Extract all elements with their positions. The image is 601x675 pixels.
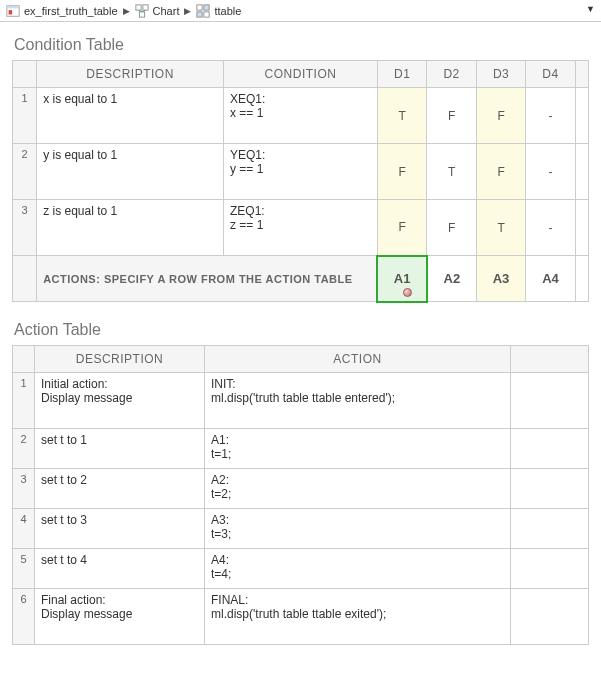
blank-cell bbox=[575, 200, 588, 256]
action-ref-cell[interactable]: A1 bbox=[377, 256, 426, 302]
header-blank bbox=[511, 345, 589, 372]
svg-rect-10 bbox=[197, 11, 202, 16]
blank-cell bbox=[511, 468, 589, 508]
row-number: 2 bbox=[13, 144, 37, 200]
header-description: DESCRIPTION bbox=[35, 345, 205, 372]
action-code-cell[interactable]: A2:t=2; bbox=[205, 468, 511, 508]
svg-rect-9 bbox=[204, 4, 209, 9]
header-blank bbox=[575, 61, 588, 88]
breadcrumb-label: ex_first_truth_table bbox=[24, 5, 118, 17]
decision-cell[interactable]: F bbox=[476, 88, 525, 144]
action-code-cell[interactable]: FINAL:ml.disp('truth table ttable exited… bbox=[205, 588, 511, 644]
svg-rect-2 bbox=[9, 10, 13, 14]
breadcrumb-ttable[interactable]: ttable bbox=[196, 4, 241, 18]
condition-row: 3z is equal to 1ZEQ1:z == 1FFT- bbox=[13, 200, 589, 256]
blank-cell bbox=[575, 88, 588, 144]
condition-table-title: Condition Table bbox=[14, 36, 589, 54]
breakpoint-icon bbox=[403, 288, 412, 297]
decision-cell[interactable]: T bbox=[377, 88, 426, 144]
decision-cell[interactable]: - bbox=[526, 144, 575, 200]
chart-icon bbox=[135, 4, 149, 18]
header-d2[interactable]: D2 bbox=[427, 61, 476, 88]
row-number: 3 bbox=[13, 468, 35, 508]
row-number bbox=[13, 256, 37, 302]
blank-cell bbox=[511, 508, 589, 548]
row-number: 3 bbox=[13, 200, 37, 256]
condition-expr-cell[interactable]: ZEQ1:z == 1 bbox=[224, 200, 378, 256]
breadcrumb: ex_first_truth_table ▶ Chart ▶ ttable ▼ bbox=[0, 0, 601, 22]
action-description-cell[interactable]: set t to 4 bbox=[35, 548, 205, 588]
content-area: Condition Table DESCRIPTION CONDITION D1… bbox=[0, 22, 601, 661]
condition-description-cell[interactable]: z is equal to 1 bbox=[37, 200, 224, 256]
action-ref-cell[interactable]: A2 bbox=[427, 256, 476, 302]
condition-header-row: DESCRIPTION CONDITION D1 D2 D3 D4 bbox=[13, 61, 589, 88]
decision-cell[interactable]: F bbox=[427, 200, 476, 256]
action-description-cell[interactable]: set t to 2 bbox=[35, 468, 205, 508]
action-ref-cell[interactable]: A4 bbox=[526, 256, 575, 302]
action-row: 6Final action:Display messageFINAL:ml.di… bbox=[13, 588, 589, 644]
decision-cell[interactable]: T bbox=[427, 144, 476, 200]
decision-cell[interactable]: F bbox=[476, 144, 525, 200]
decision-cell[interactable]: F bbox=[377, 200, 426, 256]
decision-cell[interactable]: - bbox=[526, 88, 575, 144]
action-row: 5set t to 4A4:t=4; bbox=[13, 548, 589, 588]
row-number: 1 bbox=[13, 372, 35, 428]
blank-cell bbox=[511, 372, 589, 428]
svg-rect-11 bbox=[204, 11, 209, 16]
header-d1[interactable]: D1 bbox=[377, 61, 426, 88]
truth-table-icon bbox=[196, 4, 210, 18]
blank-cell bbox=[511, 428, 589, 468]
blank-cell bbox=[511, 588, 589, 644]
breadcrumb-dropdown-icon[interactable]: ▼ bbox=[586, 4, 595, 14]
svg-rect-8 bbox=[197, 4, 202, 9]
action-code-cell[interactable]: INIT:ml.disp('truth table ttable entered… bbox=[205, 372, 511, 428]
breadcrumb-chart[interactable]: Chart bbox=[135, 4, 180, 18]
condition-table: DESCRIPTION CONDITION D1 D2 D3 D4 1x is … bbox=[12, 60, 589, 303]
condition-row: 1x is equal to 1XEQ1:x == 1TFF- bbox=[13, 88, 589, 144]
header-d4[interactable]: D4 bbox=[526, 61, 575, 88]
row-number: 5 bbox=[13, 548, 35, 588]
action-description-cell[interactable]: set t to 3 bbox=[35, 508, 205, 548]
breadcrumb-label: Chart bbox=[153, 5, 180, 17]
action-code-cell[interactable]: A1:t=1; bbox=[205, 428, 511, 468]
action-row: 4set t to 3A3:t=3; bbox=[13, 508, 589, 548]
breadcrumb-sep-icon: ▶ bbox=[184, 6, 191, 16]
action-table: DESCRIPTION ACTION 1Initial action:Displ… bbox=[12, 345, 589, 645]
condition-description-cell[interactable]: x is equal to 1 bbox=[37, 88, 224, 144]
condition-actions-row: ACTIONS: SPECIFY A ROW FROM THE ACTION T… bbox=[13, 256, 589, 302]
row-number: 2 bbox=[13, 428, 35, 468]
decision-cell[interactable]: T bbox=[476, 200, 525, 256]
header-description: DESCRIPTION bbox=[37, 61, 224, 88]
row-number: 1 bbox=[13, 88, 37, 144]
condition-row: 2y is equal to 1YEQ1:y == 1FTF- bbox=[13, 144, 589, 200]
action-code-cell[interactable]: A4:t=4; bbox=[205, 548, 511, 588]
blank-cell bbox=[575, 144, 588, 200]
blank-cell bbox=[511, 548, 589, 588]
header-d3[interactable]: D3 bbox=[476, 61, 525, 88]
action-description-cell[interactable]: Initial action:Display message bbox=[35, 372, 205, 428]
svg-rect-5 bbox=[139, 11, 144, 16]
decision-cell[interactable]: F bbox=[427, 88, 476, 144]
condition-expr-cell[interactable]: XEQ1:x == 1 bbox=[224, 88, 378, 144]
breadcrumb-label: ttable bbox=[214, 5, 241, 17]
header-action: ACTION bbox=[205, 345, 511, 372]
svg-rect-1 bbox=[7, 5, 19, 8]
blank-cell bbox=[575, 256, 588, 302]
condition-description-cell[interactable]: y is equal to 1 bbox=[37, 144, 224, 200]
action-ref-cell[interactable]: A3 bbox=[476, 256, 525, 302]
action-code-cell[interactable]: A3:t=3; bbox=[205, 508, 511, 548]
condition-expr-cell[interactable]: YEQ1:y == 1 bbox=[224, 144, 378, 200]
row-number: 4 bbox=[13, 508, 35, 548]
breadcrumb-sep-icon: ▶ bbox=[123, 6, 130, 16]
header-blank bbox=[13, 61, 37, 88]
decision-cell[interactable]: - bbox=[526, 200, 575, 256]
action-table-title: Action Table bbox=[14, 321, 589, 339]
header-blank bbox=[13, 345, 35, 372]
breadcrumb-model[interactable]: ex_first_truth_table bbox=[6, 4, 118, 18]
action-description-cell[interactable]: Final action:Display message bbox=[35, 588, 205, 644]
header-condition: CONDITION bbox=[224, 61, 378, 88]
model-icon bbox=[6, 4, 20, 18]
svg-rect-4 bbox=[142, 4, 147, 9]
decision-cell[interactable]: F bbox=[377, 144, 426, 200]
action-description-cell[interactable]: set t to 1 bbox=[35, 428, 205, 468]
